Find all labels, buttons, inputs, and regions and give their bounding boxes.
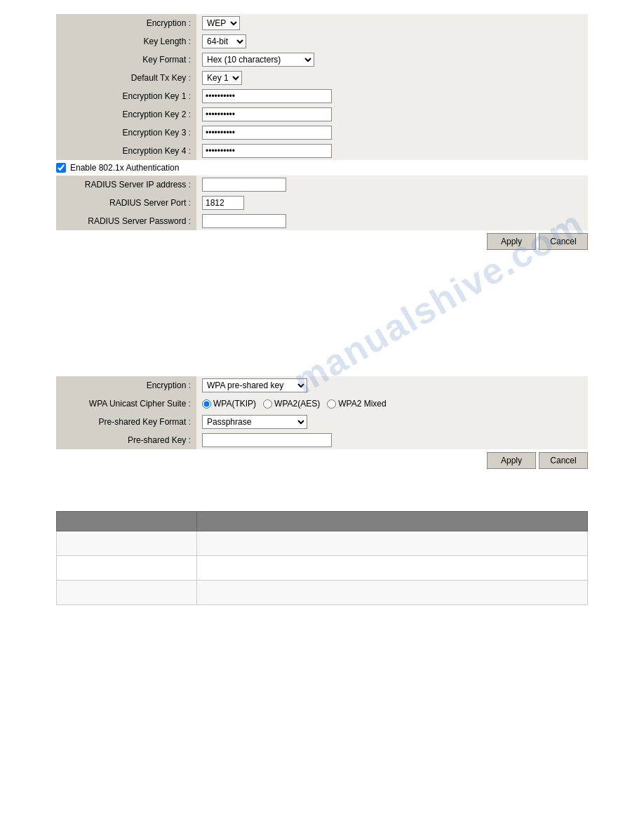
spacer3 <box>56 320 588 348</box>
table-row-col2 <box>197 581 588 605</box>
wpa-encryption-select[interactable]: WPA pre-shared key WEP Disabled WPA RADI… <box>202 378 307 392</box>
table-row <box>57 531 588 556</box>
table-row-col2 <box>197 556 588 581</box>
radius-pass-row: RADIUS Server Password : <box>56 212 588 230</box>
key-length-select[interactable]: 64-bit 128-bit <box>202 34 246 48</box>
radius-pass-cell <box>196 212 588 230</box>
enc-key1-label: Encryption Key 1 : <box>56 87 196 105</box>
radius-port-cell <box>196 194 588 212</box>
enable-8021x-checkbox[interactable] <box>56 163 66 173</box>
default-tx-key-select[interactable]: Key 1 Key 2 Key 3 Key 4 <box>202 71 242 85</box>
encryption-cell: WEP <box>196 14 588 32</box>
enc-key3-row: Encryption Key 3 : <box>56 124 588 142</box>
radius-ip-input[interactable] <box>202 178 286 192</box>
wpa-encryption-row: Encryption : WPA pre-shared key WEP Disa… <box>56 376 588 395</box>
enable-8021x-label: Enable 802.1x Authentication <box>70 163 179 173</box>
preshared-key-cell <box>196 431 588 449</box>
key-length-label: Key Length : <box>56 32 196 51</box>
encryption-label: Encryption : <box>56 14 196 32</box>
key-format-cell: Hex (10 characters) ASCII (5 characters) <box>196 51 588 69</box>
enc-key3-cell <box>196 124 588 142</box>
key-format-label: Key Format : <box>56 51 196 69</box>
preshared-key-input[interactable] <box>202 433 332 447</box>
wpa-form-table: Encryption : WPA pre-shared key WEP Disa… <box>56 376 588 449</box>
wpa-cipher-cell: WPA(TKIP) WPA2(AES) WPA2 Mixed <box>196 395 588 413</box>
key-format-row: Key Format : Hex (10 characters) ASCII (… <box>56 51 588 69</box>
section1-cancel-button[interactable]: Cancel <box>539 233 588 250</box>
preshared-key-row: Pre-shared Key : <box>56 431 588 449</box>
preshared-format-row: Pre-shared Key Format : Passphrase Hex (… <box>56 413 588 431</box>
wpa2-mixed-text: WPA2 Mixed <box>338 399 386 409</box>
preshared-format-cell: Passphrase Hex (64 characters) <box>196 413 588 431</box>
wpa2-mixed-label[interactable]: WPA2 Mixed <box>327 399 386 409</box>
enc-key1-cell <box>196 87 588 105</box>
enable-8021x-row: Enable 802.1x Authentication <box>56 160 588 176</box>
preshared-format-select[interactable]: Passphrase Hex (64 characters) <box>202 415 307 429</box>
enc-key2-label: Encryption Key 2 : <box>56 105 196 124</box>
bottom-table <box>56 511 588 605</box>
encryption-select[interactable]: WEP <box>202 16 240 30</box>
radius-pass-input[interactable] <box>202 214 286 228</box>
bottom-table-col1-header <box>57 512 197 531</box>
radius-pass-label: RADIUS Server Password : <box>56 212 196 230</box>
section2-apply-button[interactable]: Apply <box>487 452 536 469</box>
wpa-tkip-text: WPA(TKIP) <box>213 399 256 409</box>
bottom-table-header-row <box>57 512 588 531</box>
enc-key2-cell <box>196 105 588 124</box>
table-row <box>57 556 588 581</box>
spacer1 <box>56 264 588 292</box>
wpa-section: Encryption : WPA pre-shared key WEP Disa… <box>56 376 588 469</box>
wpa-tkip-label[interactable]: WPA(TKIP) <box>202 399 256 409</box>
wep-form-table: Encryption : WEP Key Length : 64-bit 128… <box>56 14 588 160</box>
spacer4 <box>56 348 588 376</box>
enc-key2-input[interactable] <box>202 107 332 121</box>
radius-port-row: RADIUS Server Port : <box>56 194 588 212</box>
key-length-row: Key Length : 64-bit 128-bit <box>56 32 588 51</box>
table-row <box>57 581 588 605</box>
default-tx-key-row: Default Tx Key : Key 1 Key 2 Key 3 Key 4 <box>56 69 588 87</box>
enc-key4-row: Encryption Key 4 : <box>56 142 588 160</box>
enc-key4-cell <box>196 142 588 160</box>
enc-key3-input[interactable] <box>202 126 332 140</box>
enc-key2-row: Encryption Key 2 : <box>56 105 588 124</box>
spacer5 <box>56 483 588 511</box>
radius-ip-cell <box>196 176 588 194</box>
wpa-tkip-radio[interactable] <box>202 399 211 409</box>
section2-button-row: Apply Cancel <box>56 452 588 469</box>
enc-key1-input[interactable] <box>202 89 332 103</box>
section1-apply-button[interactable]: Apply <box>487 233 536 250</box>
table-row-col1 <box>57 556 197 581</box>
wpa-cipher-row: WPA Unicast Cipher Suite : WPA(TKIP) WPA… <box>56 395 588 413</box>
encryption-row: Encryption : WEP <box>56 14 588 32</box>
preshared-format-label: Pre-shared Key Format : <box>56 413 196 431</box>
radius-ip-label: RADIUS Server IP address : <box>56 176 196 194</box>
key-length-cell: 64-bit 128-bit <box>196 32 588 51</box>
key-format-select[interactable]: Hex (10 characters) ASCII (5 characters) <box>202 53 314 67</box>
wpa-cipher-label: WPA Unicast Cipher Suite : <box>56 395 196 413</box>
radius-port-label: RADIUS Server Port : <box>56 194 196 212</box>
radius-table: RADIUS Server IP address : RADIUS Server… <box>56 176 588 230</box>
wpa2-aes-label[interactable]: WPA2(AES) <box>263 399 320 409</box>
radius-port-input[interactable] <box>202 196 244 210</box>
radius-ip-row: RADIUS Server IP address : <box>56 176 588 194</box>
section2-cancel-button[interactable]: Cancel <box>539 452 588 469</box>
wpa2-aes-radio[interactable] <box>263 399 272 409</box>
table-row-col1 <box>57 531 197 556</box>
wpa2-aes-text: WPA2(AES) <box>274 399 320 409</box>
section1-button-row: Apply Cancel <box>56 233 588 250</box>
enc-key1-row: Encryption Key 1 : <box>56 87 588 105</box>
wep-section: Encryption : WEP Key Length : 64-bit 128… <box>56 14 588 250</box>
wpa-encryption-cell: WPA pre-shared key WEP Disabled WPA RADI… <box>196 376 588 395</box>
spacer2 <box>56 292 588 320</box>
table-row-col1 <box>57 581 197 605</box>
preshared-key-label: Pre-shared Key : <box>56 431 196 449</box>
default-tx-key-label: Default Tx Key : <box>56 69 196 87</box>
default-tx-key-cell: Key 1 Key 2 Key 3 Key 4 <box>196 69 588 87</box>
enc-key3-label: Encryption Key 3 : <box>56 124 196 142</box>
enc-key4-label: Encryption Key 4 : <box>56 142 196 160</box>
wpa-encryption-label: Encryption : <box>56 376 196 395</box>
wpa2-mixed-radio[interactable] <box>327 399 336 409</box>
wpa-cipher-radio-group: WPA(TKIP) WPA2(AES) WPA2 Mixed <box>202 399 584 409</box>
bottom-table-col2-header <box>197 512 588 531</box>
enc-key4-input[interactable] <box>202 144 332 158</box>
